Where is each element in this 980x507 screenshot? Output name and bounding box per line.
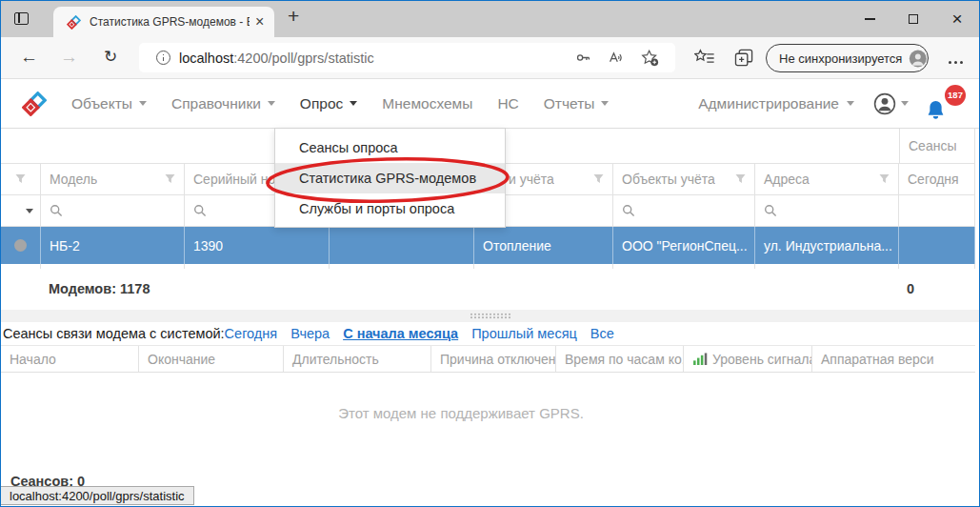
user-account-button[interactable] (873, 92, 909, 115)
link-yesterday[interactable]: Вчера (290, 326, 330, 341)
menu-ns[interactable]: НС (497, 95, 518, 112)
column-header-hardware-version[interactable]: Аппаратная верси (812, 346, 975, 372)
browser-tab[interactable]: Статистика GPRS-модемов - Ве × (53, 7, 274, 37)
notifications-badge: 187 (945, 85, 966, 106)
chevron-down-icon (901, 101, 909, 106)
reload-button[interactable]: ↻ (104, 48, 117, 67)
column-header-indicator[interactable] (1, 164, 41, 194)
cell-hidden[interactable] (330, 227, 474, 264)
sessions-filter-bar: Сеансы связи модема с системой: Сегодня … (1, 322, 979, 345)
chevron-down-icon (847, 101, 854, 106)
bell-icon (926, 99, 946, 121)
menu-item-poll-sessions[interactable]: Сеансы опроса (275, 132, 505, 163)
group-header-sessions: Сеансы (899, 129, 975, 163)
back-button[interactable]: ← (20, 47, 38, 69)
profile-avatar (909, 48, 928, 70)
search-icon (193, 204, 207, 217)
filter-mode-cell[interactable] (1, 195, 41, 226)
profile-sync-button[interactable]: Не синхронизируется (766, 44, 929, 72)
user-icon (873, 92, 896, 115)
cell-metering-point[interactable]: Отопление (474, 227, 613, 264)
table-row-selected[interactable]: НБ-2 1390 Отопление ООО "РегионСпец... у… (1, 227, 975, 264)
forward-button: → (60, 47, 78, 69)
minimize-icon (865, 18, 875, 20)
minimize-button[interactable] (848, 1, 891, 37)
site-info-icon[interactable] (156, 51, 170, 65)
column-header-metering-objects[interactable]: Объекты учёта (613, 164, 755, 194)
cell-address[interactable]: ул. Индустриальна... (755, 227, 899, 264)
close-button[interactable]: × (935, 1, 979, 37)
notifications-button[interactable]: 187 (926, 85, 966, 123)
menu-directories[interactable]: Справочники (171, 95, 275, 112)
search-icon (764, 204, 777, 217)
filter-input-model[interactable] (41, 195, 185, 226)
menu-reports[interactable]: Отчеты (544, 95, 610, 112)
column-header-duration[interactable]: Длительность (284, 346, 431, 372)
url-text[interactable]: localhost:4200/poll/gprs/statistic (179, 51, 575, 66)
filter-funnel-icon[interactable] (592, 173, 605, 185)
search-icon (622, 204, 635, 217)
column-header-model[interactable]: Модель (41, 164, 185, 194)
column-header-addresses[interactable]: Адреса (755, 164, 899, 194)
link-month-to-date[interactable]: С начала месяца (343, 326, 458, 341)
link-today[interactable]: Сегодня (225, 326, 278, 341)
panel-splitter[interactable] (1, 310, 979, 322)
chevron-down-icon (268, 101, 275, 106)
maximize-icon (909, 14, 918, 24)
browser-window: Статистика GPRS-модемов - Ве × + × ← → ↻… (0, 0, 980, 507)
column-header-signal-level[interactable]: Уровень сигнала (684, 346, 812, 372)
tab-bar: Статистика GPRS-модемов - Ве × + × (1, 1, 979, 37)
no-gprs-message: Этот модем не поддерживает GPRS. (1, 405, 921, 421)
chevron-down-icon (139, 101, 147, 106)
column-header-today[interactable]: Сегодня (899, 164, 975, 194)
sessions-grid-header-row: Начало Окончание Длительность Причина от… (1, 345, 975, 373)
signal-bars-icon (693, 353, 708, 365)
window-controls: × (848, 1, 979, 37)
today-sessions-count: 0 (907, 281, 914, 296)
filter-funnel-icon[interactable] (734, 173, 747, 185)
menu-poll[interactable]: Опрос (300, 95, 357, 112)
cell-today[interactable] (899, 227, 975, 264)
profile-sync-label: Не синхронизируется (779, 51, 902, 66)
cell-metering-object[interactable]: ООО "РегионСпец... (613, 227, 755, 264)
address-bar[interactable]: localhost:4200/poll/gprs/statistic (139, 43, 675, 72)
filter-funnel-icon[interactable] (878, 173, 890, 185)
link-last-month[interactable]: Прошлый месяц (471, 326, 577, 341)
app-logo-icon (22, 91, 47, 116)
chevron-down-icon (601, 101, 609, 106)
new-tab-button[interactable]: + (288, 5, 299, 28)
app-navbar: Объекты Справочники Опрос Мнемосхемы НС … (1, 79, 979, 129)
modems-grid-next-row-stub (1, 264, 975, 269)
favorites-bar-icon[interactable] (694, 49, 715, 67)
column-header-end[interactable]: Окончание (139, 346, 284, 372)
cell-serial[interactable]: 1390 (185, 227, 330, 264)
tab-close-icon[interactable]: × (255, 14, 264, 30)
splitter-grip-icon (470, 313, 511, 319)
menu-mnemoschemes[interactable]: Мнемосхемы (382, 95, 472, 112)
filter-input-addresses[interactable] (755, 195, 899, 226)
menu-item-poll-services-ports[interactable]: Службы и порты опроса (275, 193, 505, 224)
column-header-disconnect-reason[interactable]: Причина отключен... (431, 346, 556, 372)
filter-cell-today[interactable] (899, 195, 975, 226)
url-host: localhost (179, 51, 233, 66)
collections-icon[interactable] (734, 49, 754, 67)
navbar-right: Администрирование 187 (698, 85, 966, 123)
cell-model[interactable]: НБ-2 (41, 227, 185, 264)
menu-administration[interactable]: Администрирование (698, 95, 854, 112)
maximize-button[interactable] (891, 1, 935, 37)
link-all[interactable]: Все (590, 326, 614, 341)
read-aloud-icon[interactable] (608, 50, 625, 66)
password-key-icon[interactable] (575, 50, 591, 66)
poll-dropdown-menu: Сеансы опроса Статистика GPRS-модемов Сл… (274, 128, 506, 228)
filter-funnel-icon[interactable] (164, 173, 176, 185)
column-header-time-by-clock[interactable]: Время по часам ко... (556, 346, 684, 372)
menu-item-gprs-statistics[interactable]: Статистика GPRS-модемов (275, 163, 505, 193)
browser-menu-icon[interactable] (949, 61, 963, 64)
tab-actions-icon[interactable] (12, 10, 31, 28)
column-header-start[interactable]: Начало (1, 346, 139, 372)
tab-title: Статистика GPRS-модемов - Ве (90, 15, 250, 29)
tab-actions-glyph (14, 12, 29, 25)
filter-input-metering-objects[interactable] (613, 195, 755, 226)
add-favorite-star-icon[interactable] (641, 50, 659, 67)
menu-objects[interactable]: Объекты (71, 95, 147, 112)
